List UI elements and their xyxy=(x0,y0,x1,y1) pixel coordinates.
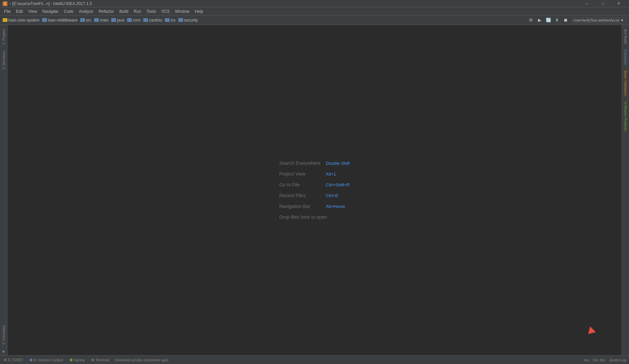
hint-search-everywhere: Search Everywhere Double Shift xyxy=(279,160,350,166)
sidebar-item-project[interactable]: 1: Project xyxy=(1,26,7,47)
menu-item-refactor[interactable]: Refactor xyxy=(96,7,117,15)
arrow-indicator xyxy=(585,326,596,337)
nav-label-src: src xyxy=(86,18,91,23)
toolbar-btn-4[interactable]: ⏹ xyxy=(562,17,570,24)
terminal-dot xyxy=(91,359,94,361)
line-col: n/a xyxy=(583,358,589,362)
folder-icon-java xyxy=(111,18,116,22)
hint-label-drop: Drop files here to open xyxy=(279,214,327,220)
right-sidebar: Ant Build Database Bean Validation m Mav… xyxy=(622,25,629,355)
hint-label-search: Search Everywhere xyxy=(279,160,323,166)
nav-label-lcs: lcs xyxy=(171,18,176,23)
menu-item-navigate[interactable]: Navigate xyxy=(40,7,61,15)
menu-item-run[interactable]: Run xyxy=(131,7,144,15)
run-config-selector[interactable]: UserVerifyTest.testVerifyList ▼ xyxy=(571,17,626,23)
menu-item-view[interactable]: View xyxy=(26,7,40,15)
nav-right-toolbar: ⚙▶🔄⏸⏹UserVerifyTest.testVerifyList ▼ xyxy=(527,17,626,24)
nav-item-src[interactable]: src xyxy=(80,18,91,23)
sidebar-item-structure[interactable]: 2: Structure xyxy=(1,48,7,72)
hint-project-view: Project View Alt+1 xyxy=(279,171,350,177)
menu-item-vcs[interactable]: VCS xyxy=(159,7,173,15)
nav-label-loan-core-system: loan-core-system xyxy=(8,18,39,23)
vc-label: 9: Version Control xyxy=(34,358,63,362)
menu-item-build[interactable]: Build xyxy=(117,7,131,15)
nav-item-lcs[interactable]: lcs xyxy=(165,18,176,23)
bottom-bar: 6: TODO 9: Version Control Spring Termin… xyxy=(0,355,629,364)
window-title: ~ [E:\sourceTreeFil...n] - IntelliJ IDEA… xyxy=(9,1,92,6)
hint-label-project: Project View xyxy=(279,171,323,177)
nav-item-main[interactable]: main xyxy=(94,18,109,23)
nav-item-cardniu[interactable]: cardniu xyxy=(143,18,162,23)
hint-label-recent: Recent Files xyxy=(279,193,323,198)
folder-icon-security xyxy=(178,18,183,22)
folder-icon-loan-middleware xyxy=(42,18,47,22)
sidebar-item-ant-build[interactable]: Ant Build xyxy=(623,26,629,47)
bottom-right: n/a Git: dev Event Log xyxy=(583,358,626,362)
nav-label-main: main xyxy=(100,18,109,23)
hint-label-file: Go to File xyxy=(279,182,323,187)
folder-icon-main xyxy=(94,18,99,22)
window-controls[interactable]: ─ □ ✕ xyxy=(579,0,626,7)
close-button[interactable]: ✕ xyxy=(611,0,626,7)
folder-icon-lcs xyxy=(165,18,170,22)
nav-label-loan-middleware: loan-middleware xyxy=(48,18,78,23)
editor-area: Search Everywhere Double Shift Project V… xyxy=(7,25,622,355)
hint-go-to-file: Go to File Ctrl+Shift+R xyxy=(279,182,350,187)
menu-item-tools[interactable]: Tools xyxy=(144,7,159,15)
hint-shortcut-search: Double Shift xyxy=(326,161,350,166)
hint-drop-files: Drop files here to open xyxy=(279,214,350,220)
main-layout: 1: Project 2: Structure 2: Favorites ★ S… xyxy=(0,25,629,355)
hint-recent-files: Recent Files Ctrl+E xyxy=(279,193,350,198)
app-icon: I xyxy=(3,1,7,6)
toolbar-btn-2[interactable]: 🔄 xyxy=(545,17,552,24)
folder-icon-src xyxy=(80,18,85,22)
sidebar-item-bean-validation[interactable]: Bean Validation xyxy=(623,68,629,99)
nav-item-security[interactable]: security xyxy=(178,18,198,23)
left-sidebar: 1: Project 2: Structure 2: Favorites ★ xyxy=(0,25,7,355)
spring-dot xyxy=(70,359,72,361)
nav-item-loan-core-system[interactable]: loan-core-system xyxy=(3,18,39,23)
git-branch[interactable]: Git: dev xyxy=(593,358,606,362)
nav-item-java[interactable]: java xyxy=(111,18,124,23)
menu-item-window[interactable]: Window xyxy=(172,7,192,15)
todo-label: 6: TODO xyxy=(8,358,23,362)
hint-shortcut-recent: Ctrl+E xyxy=(326,193,338,198)
toolbar-btn-0[interactable]: ⚙ xyxy=(527,17,535,24)
hint-shortcut-nav: Alt+Home xyxy=(326,204,345,209)
nav-item-com[interactable]: com xyxy=(127,18,141,23)
vc-dot xyxy=(30,359,32,361)
star-icon[interactable]: ★ xyxy=(1,348,7,355)
bottom-tab-terminal[interactable]: Terminal xyxy=(90,357,111,363)
hint-label-nav: Navigation Bar xyxy=(279,204,323,209)
title-bar-left: I ~ [E:\sourceTreeFil...n] - IntelliJ ID… xyxy=(3,1,92,6)
maximize-button[interactable]: □ xyxy=(595,0,610,7)
bottom-tab-todo[interactable]: 6: TODO xyxy=(3,357,24,363)
menu-item-analyze[interactable]: Analyze xyxy=(76,7,96,15)
menu-item-help[interactable]: Help xyxy=(192,7,206,15)
status-text: Checked out dev (moments ago) xyxy=(115,358,169,362)
menu-item-edit[interactable]: Edit xyxy=(13,7,26,15)
menu-item-file[interactable]: File xyxy=(1,7,13,15)
hint-shortcut-file: Ctrl+Shift+R xyxy=(326,182,350,187)
hint-shortcut-project: Alt+1 xyxy=(326,172,336,177)
editor-hints: Search Everywhere Double Shift Project V… xyxy=(279,160,350,220)
folder-icon-cardniu xyxy=(143,18,148,22)
sidebar-item-maven[interactable]: m Maven Projects xyxy=(623,99,629,134)
sidebar-item-favorites[interactable]: 2: Favorites xyxy=(1,323,7,347)
menu-item-code[interactable]: Code xyxy=(61,7,76,15)
minimize-button[interactable]: ─ xyxy=(579,0,595,7)
nav-label-java: java xyxy=(117,18,124,23)
toolbar-btn-3[interactable]: ⏸ xyxy=(553,17,561,24)
sidebar-item-database[interactable]: Database xyxy=(623,47,629,68)
nav-bar: loan-core-systemloan-middlewaresrcmainja… xyxy=(0,16,629,25)
folder-icon-com xyxy=(127,18,132,22)
folder-icon-loan-core-system xyxy=(3,18,7,22)
nav-item-loan-middleware[interactable]: loan-middleware xyxy=(42,18,78,23)
bottom-tab-spring[interactable]: Spring xyxy=(68,357,86,363)
event-log[interactable]: Event Log xyxy=(609,358,626,362)
hint-navigation-bar: Navigation Bar Alt+Home xyxy=(279,204,350,209)
title-bar: I ~ [E:\sourceTreeFil...n] - IntelliJ ID… xyxy=(0,0,629,7)
menu-bar: FileEditViewNavigateCodeAnalyzeRefactorB… xyxy=(0,7,629,16)
bottom-tab-version-control[interactable]: 9: Version Control xyxy=(28,357,64,363)
toolbar-btn-1[interactable]: ▶ xyxy=(536,17,543,24)
